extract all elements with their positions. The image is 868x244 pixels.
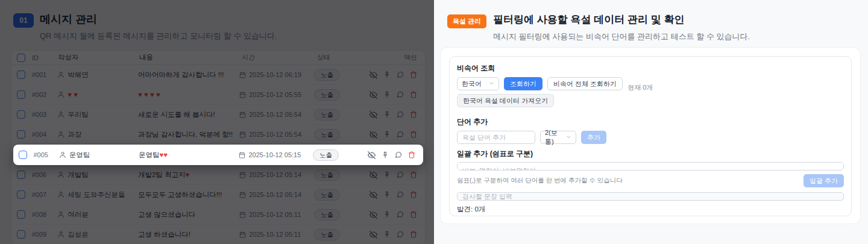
row-checkbox[interactable] (19, 151, 27, 159)
message-id: #005 (34, 151, 59, 158)
author-name: 운영팀 (69, 151, 90, 160)
delete-icon[interactable] (408, 151, 415, 158)
message-content: 운영팀♥♥ (139, 151, 239, 160)
lookup-label: 비속어 조회 (457, 63, 844, 74)
message-management-panel: 01 메시지 관리 QR 메시지 월에 등록된 메시지를 관리하고 모니터링 할… (0, 0, 434, 244)
chevron-down-icon (489, 80, 494, 87)
bulk-add-label: 일괄 추가 (쉼표로 구분) (457, 149, 844, 159)
add-word-label: 단어 추가 (457, 117, 844, 127)
search-all-button[interactable]: 비속어 전체 조회하기 (547, 77, 623, 90)
hide-icon[interactable] (368, 151, 376, 159)
language-select-value: 한국어 (462, 80, 482, 89)
profanity-form: 비속어 조회 한국어 조회하기 비속어 전체 조회하기 현재 0개 한국어 욕설… (449, 56, 852, 216)
add-word-button[interactable]: 추가 (581, 131, 606, 144)
current-count: 현재 0개 (627, 83, 653, 92)
import-korean-data-button[interactable]: 한국어 욕설 데이터 가져오기 (457, 94, 554, 107)
profanity-card: 비속어 조회 한국어 조회하기 비속어 전체 조회하기 현재 0개 한국어 욕설… (440, 47, 861, 224)
test-sentence-input[interactable] (457, 192, 844, 201)
message-time: 2025-10-12 05:15 (248, 151, 301, 158)
search-button[interactable]: 조회하기 (504, 77, 542, 90)
profanity-badge: 욕설 관리 (447, 14, 486, 28)
language-select[interactable]: 한국어 (457, 77, 499, 90)
table-row[interactable]: #005 운영팀 운영팀♥♥ 2025-10-12 05:15 (13, 145, 423, 165)
person-icon (59, 151, 66, 158)
chevron-down-icon (566, 134, 571, 141)
severity-select[interactable]: 2(보통) (540, 131, 576, 144)
dim-overlay (0, 0, 434, 244)
calendar-icon (239, 152, 245, 158)
severity-select-value: 2(보통) (545, 128, 562, 146)
bulk-add-button[interactable]: 일괄 추가 (804, 174, 844, 187)
bulk-add-textarea[interactable] (457, 162, 844, 170)
comment-icon[interactable] (395, 151, 402, 158)
bulk-add-helper: 쉼표(,)로 구분하여 여러 단어를 한 번에 추가할 수 있습니다 (457, 177, 623, 185)
status-badge: 노출 (313, 149, 339, 161)
word-input[interactable] (457, 131, 535, 144)
panel-title: 필터링에 사용할 욕설 데이터 관리 및 확인 (493, 13, 750, 27)
right-header: 욕설 관리 필터링에 사용할 욕설 데이터 관리 및 확인 메시지 필터링에 사… (434, 0, 868, 42)
profanity-management-panel: 욕설 관리 필터링에 사용할 욕설 데이터 관리 및 확인 메시지 필터링에 사… (434, 0, 868, 244)
found-count: 발견: 0개 (457, 205, 844, 214)
pin-icon[interactable] (382, 151, 389, 158)
panel-subtitle: 메시지 필터링에 사용되는 비속어 단어를 관리하고 테스트 할 수 있습니다. (493, 31, 750, 42)
